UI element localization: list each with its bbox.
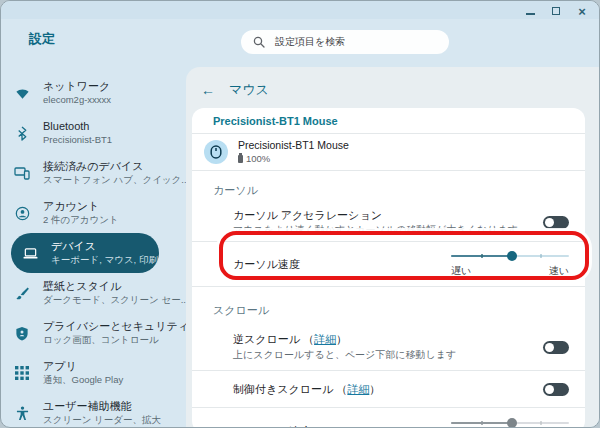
bluetooth-icon xyxy=(14,125,30,141)
sidebar-item-wallpaper[interactable]: 壁紙とスタイル ダークモード、スクリーン セー... xyxy=(1,273,186,313)
slider-min-label: 遅い xyxy=(451,264,471,278)
sidebar-item-device[interactable]: デバイス キーボード, マウス, 印刷 xyxy=(11,233,159,273)
cursor-speed-slider[interactable]: 遅い 速い xyxy=(451,251,569,278)
reverse-scroll-row: 逆スクロール （詳細） 上にスクロールすると、ページ下部に移動します xyxy=(192,324,585,370)
sidebar-item-label: 壁紙とスタイル xyxy=(43,280,189,294)
sidebar-item-sublabel: 通知、Google Play xyxy=(43,374,123,386)
slider-thumb[interactable] xyxy=(507,418,517,428)
cursor-speed-row: カーソル速度 遅い 速い xyxy=(192,242,585,286)
reverse-scroll-details-link[interactable]: 詳細 xyxy=(314,333,336,345)
search-placeholder: 設定項目を検索 xyxy=(275,35,345,49)
mouse-icon xyxy=(204,140,228,164)
window-titlebar: × xyxy=(1,1,599,19)
cursor-acceleration-description: マウスをより速く動かすとカーソルの移動幅が大きくなります xyxy=(233,223,518,237)
paren: ） xyxy=(369,383,380,395)
maximize-button[interactable] xyxy=(549,4,563,18)
accessibility-person-icon xyxy=(14,405,30,421)
reverse-scroll-description: 上にスクロールすると、ページ下部に移動します xyxy=(233,348,456,362)
sidebar-item-accessibility[interactable]: ユーザー補助機能 スクリーン リーダー、拡大 xyxy=(1,393,186,428)
scroll-section-title: スクロール xyxy=(192,287,585,324)
device-row: Precisionist-BT1 Mouse 100% xyxy=(192,134,585,170)
sidebar-item-sublabel: Precisionist-BT1 xyxy=(43,134,112,146)
mouse-settings-card: Precisionist-BT1 Mouse Precisionist-BT1 … xyxy=(192,108,585,428)
page-section-title: マウス xyxy=(229,81,269,99)
controlled-scroll-toggle[interactable] xyxy=(543,383,569,396)
sidebar-item-sublabel: elecom2g-xxxxx xyxy=(43,94,111,106)
sidebar-item-apps[interactable]: アプリ 通知、Google Play xyxy=(1,353,186,393)
scroll-speed-slider[interactable]: 遅い 速い xyxy=(451,418,569,428)
cursor-acceleration-toggle[interactable] xyxy=(543,216,569,229)
wallpaper-brush-icon xyxy=(14,285,30,301)
controlled-scroll-label: 制御付きスクロール xyxy=(233,383,333,395)
sidebar-item-sublabel: ロック画面、コントロール xyxy=(43,334,189,346)
sidebar: ネットワーク elecom2g-xxxxx Bluetooth Precisio… xyxy=(1,73,186,428)
search-input[interactable]: 設定項目を検索 xyxy=(241,30,449,54)
sidebar-item-bluetooth[interactable]: Bluetooth Precisionist-BT1 xyxy=(1,113,186,153)
slider-thumb[interactable] xyxy=(507,251,517,261)
close-button[interactable]: × xyxy=(575,4,589,18)
sidebar-item-label: アカウント xyxy=(43,200,119,214)
reverse-scroll-label: 逆スクロール xyxy=(233,333,300,345)
cursor-speed-label: カーソル速度 xyxy=(233,257,300,272)
battery-level: 100% xyxy=(246,153,270,165)
minimize-button[interactable] xyxy=(523,4,537,18)
sidebar-item-label: アプリ xyxy=(43,360,123,374)
breadcrumb: ← マウス xyxy=(201,81,269,99)
controlled-scroll-details-link[interactable]: 詳細 xyxy=(347,383,369,395)
sidebar-item-label: プライバシーとセキュリティ xyxy=(43,320,189,334)
maximize-icon xyxy=(552,7,560,15)
sidebar-item-sublabel: スマートフォン ハブ、クイック... xyxy=(43,174,189,186)
wifi-icon xyxy=(14,85,30,101)
controlled-scroll-row: 制御付きスクロール （詳細） xyxy=(192,371,585,407)
paren: （ xyxy=(303,333,314,345)
account-icon xyxy=(14,205,30,221)
page-title: 設定 xyxy=(29,30,55,48)
sidebar-item-accounts[interactable]: アカウント 2 件のアカウント xyxy=(1,193,186,233)
paren: （ xyxy=(336,383,347,395)
device-section-title: Precisionist-BT1 Mouse xyxy=(192,108,585,133)
scroll-speed-row: スクロール速度 遅い 速い xyxy=(192,408,585,428)
sidebar-item-label: ユーザー補助機能 xyxy=(43,400,161,414)
reverse-scroll-toggle[interactable] xyxy=(543,341,569,354)
settings-window: × 設定 設定項目を検索 ネットワーク elecom2g-xxxxx Bl xyxy=(0,0,600,428)
sidebar-item-sublabel: キーボード, マウス, 印刷 xyxy=(51,254,158,266)
sidebar-item-label: 接続済みのデバイス xyxy=(43,160,189,174)
battery-icon xyxy=(238,155,243,163)
connected-devices-icon xyxy=(14,165,30,181)
search-icon xyxy=(253,36,265,48)
paren: ） xyxy=(336,333,347,345)
minimize-icon xyxy=(526,13,535,15)
sidebar-item-connected-devices[interactable]: 接続済みのデバイス スマートフォン ハブ、クイック... xyxy=(1,153,186,193)
sidebar-item-label: Bluetooth xyxy=(43,120,112,134)
sidebar-item-privacy[interactable]: プライバシーとセキュリティ ロック画面、コントロール xyxy=(1,313,186,353)
sidebar-item-sublabel: ダークモード、スクリーン セー... xyxy=(43,294,189,306)
cursor-acceleration-row: カーソル アクセラレーション マウスをより速く動かすとカーソルの移動幅が大きくな… xyxy=(192,204,585,241)
laptop-icon xyxy=(22,245,38,261)
main-panel: ← マウス Precisionist-BT1 Mouse Precisionis… xyxy=(186,67,599,427)
cursor-acceleration-label: カーソル アクセラレーション xyxy=(233,208,518,223)
slider-max-label: 速い xyxy=(549,264,569,278)
sidebar-item-sublabel: スクリーン リーダー、拡大 xyxy=(43,414,161,426)
back-button[interactable]: ← xyxy=(201,82,215,98)
sidebar-item-label: ネットワーク xyxy=(43,80,111,94)
device-name: Precisionist-BT1 Mouse xyxy=(238,139,349,153)
sidebar-item-label: デバイス xyxy=(51,240,158,254)
sidebar-item-sublabel: 2 件のアカウント xyxy=(43,214,119,226)
apps-grid-icon xyxy=(14,365,30,381)
sidebar-item-network[interactable]: ネットワーク elecom2g-xxxxx xyxy=(1,73,186,113)
cursor-section-title: カーソル xyxy=(192,171,585,204)
scroll-speed-label: スクロール速度 xyxy=(233,424,311,428)
shield-icon xyxy=(14,325,30,341)
